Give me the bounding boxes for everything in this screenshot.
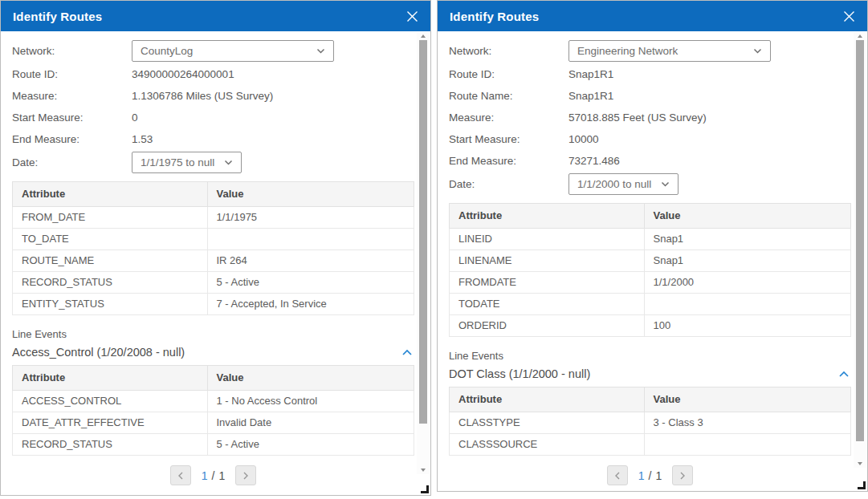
field-row: Measure:1.1306786 Miles (US Survey): [12, 85, 414, 107]
table-row: CLASSSOURCE: [450, 434, 851, 456]
attribute-table: AttributeValueLINEIDSnap1LINENAMESnap1FR…: [449, 203, 851, 337]
scroll-down-arrow-icon[interactable]: [858, 462, 862, 465]
panel-title: Identify Routes: [450, 10, 539, 23]
scrollbar-thumb[interactable]: [856, 40, 864, 441]
line-events-table: AttributeValueACCESS_CONTROL1 - No Acces…: [12, 365, 414, 456]
column-header: Value: [207, 182, 414, 207]
selected-option: Engineering Network: [577, 45, 678, 57]
field-label: End Measure:: [12, 133, 132, 145]
resize-grip[interactable]: [858, 481, 866, 489]
chevron-down-icon: [661, 181, 670, 187]
chevron-up-icon[interactable]: [838, 371, 850, 378]
table-header-row: AttributeValue: [13, 182, 414, 207]
vertical-scrollbar[interactable]: [417, 32, 430, 474]
field-row: Start Measure:10000: [449, 128, 851, 150]
table-row: LINEIDSnap1: [450, 229, 851, 250]
attribute-cell: CLASSTYPE: [450, 412, 645, 434]
panel-body: Network:CountyLogRoute ID:34900000264000…: [1, 31, 414, 495]
scroll-up-arrow-icon[interactable]: [421, 34, 426, 38]
panel-header: Identify Routes: [438, 1, 867, 31]
identify-routes-panel-right: Identify Routes Network:Engineering Netw…: [437, 0, 868, 492]
field-label: Date:: [449, 178, 568, 190]
scroll-down-arrow-icon[interactable]: [421, 469, 426, 472]
attribute-cell: DATE_ATTR_EFFECTIVE: [13, 412, 208, 434]
fields-container: Network:CountyLogRoute ID:34900000264000…: [12, 39, 414, 175]
field-label: Route Name:: [449, 90, 568, 102]
table-row: ORDERID100: [450, 315, 851, 337]
identify-routes-panel-left: Identify Routes Network:CountyLogRoute I…: [0, 0, 431, 496]
table-row: ROUTE_NAMEIR 264: [13, 250, 414, 272]
measure-value: 1.1306786 Miles (US Survey): [132, 90, 273, 102]
attribute-cell: RECORD_STATUS: [13, 272, 208, 294]
line-events-table: AttributeValueCLASSTYPE3 - Class 3CLASSS…: [449, 387, 851, 456]
network-select[interactable]: Engineering Network: [568, 40, 771, 62]
close-icon[interactable]: [405, 10, 419, 23]
page-indicator: 1/1: [638, 469, 662, 482]
line-events-section-title: Access_Control (1/20/2008 - null): [12, 346, 185, 359]
prev-page-button[interactable]: [607, 465, 628, 485]
next-page-button[interactable]: [672, 465, 693, 485]
line-events-label: Line Events: [449, 350, 851, 362]
column-header: Value: [644, 204, 851, 229]
table-row: DATE_ATTR_EFFECTIVEInvalid Date: [13, 412, 414, 434]
fields-container: Network:Engineering NetworkRoute ID:Snap…: [449, 39, 851, 197]
attribute-cell: TODATE: [450, 294, 645, 315]
scrollbar-thumb[interactable]: [419, 40, 427, 424]
page-indicator: 1/1: [202, 469, 225, 482]
pagination: 1/1: [449, 465, 851, 485]
current-page: 1: [202, 469, 208, 482]
attribute-cell: FROM_DATE: [13, 207, 208, 229]
total-pages: 1: [218, 469, 225, 482]
value-cell: [207, 229, 414, 250]
field-label: Network:: [449, 45, 568, 57]
page-separator: /: [212, 469, 215, 482]
value-cell: Snap1: [644, 229, 851, 250]
panel-body: Network:Engineering NetworkRoute ID:Snap…: [438, 31, 851, 491]
field-label: Start Measure:: [12, 112, 132, 124]
field-row: Route Name:Snap1R1: [449, 85, 851, 107]
next-page-button[interactable]: [235, 465, 256, 485]
table-row: FROM_DATE1/1/1975: [13, 207, 414, 229]
attribute-cell: ENTITY_STATUS: [13, 294, 208, 315]
column-header: Attribute: [450, 204, 645, 229]
table-row: TODATE: [450, 294, 851, 315]
table-row: CLASSTYPE3 - Class 3: [450, 412, 851, 434]
attribute-cell: LINENAME: [450, 250, 645, 272]
field-label: Route ID:: [449, 68, 568, 80]
chevron-down-icon: [753, 48, 762, 54]
field-label: Measure:: [12, 90, 132, 102]
prev-page-button[interactable]: [170, 465, 191, 485]
page-separator: /: [649, 469, 652, 482]
date-select[interactable]: 1/1/2000 to null: [568, 173, 679, 195]
date-select[interactable]: 1/1/1975 to null: [132, 152, 242, 173]
attribute-cell: CLASSSOURCE: [450, 434, 645, 456]
close-icon[interactable]: [842, 10, 856, 23]
value-cell: [644, 294, 851, 315]
field-row: Date:1/1/1975 to null: [12, 150, 414, 175]
table-row: ACCESS_CONTROL1 - No Access Control: [13, 391, 414, 412]
current-page: 1: [638, 469, 645, 482]
total-pages: 1: [655, 469, 662, 482]
value-cell: 1 - No Access Control: [207, 391, 414, 412]
identify-routes-workspace: Identify Routes Network:CountyLogRoute I…: [0, 0, 868, 499]
table-header-row: AttributeValue: [13, 366, 414, 391]
value-cell: 1/1/2000: [644, 272, 851, 294]
field-row: Network:Engineering Network: [449, 39, 851, 63]
vertical-scrollbar[interactable]: [854, 32, 866, 468]
field-label: End Measure:: [449, 155, 568, 167]
attribute-cell: RECORD_STATUS: [13, 434, 208, 456]
table-header-row: AttributeValue: [450, 387, 851, 412]
start-measure-value: 10000: [568, 133, 599, 145]
end-measure-value: 1.53: [132, 133, 153, 145]
attribute-cell: ROUTE_NAME: [13, 250, 208, 272]
field-label: Route ID:: [12, 68, 132, 80]
value-cell: IR 264: [207, 250, 414, 272]
network-select[interactable]: CountyLog: [132, 40, 334, 62]
scroll-up-arrow-icon[interactable]: [858, 34, 862, 38]
resize-grip[interactable]: [421, 485, 429, 493]
table-row: RECORD_STATUS5 - Active: [13, 434, 414, 456]
attribute-cell: FROMDATE: [450, 272, 645, 294]
value-cell: 5 - Active: [207, 272, 414, 294]
chevron-up-icon[interactable]: [401, 349, 413, 356]
route-id-value: 34900000264000001: [132, 68, 234, 80]
